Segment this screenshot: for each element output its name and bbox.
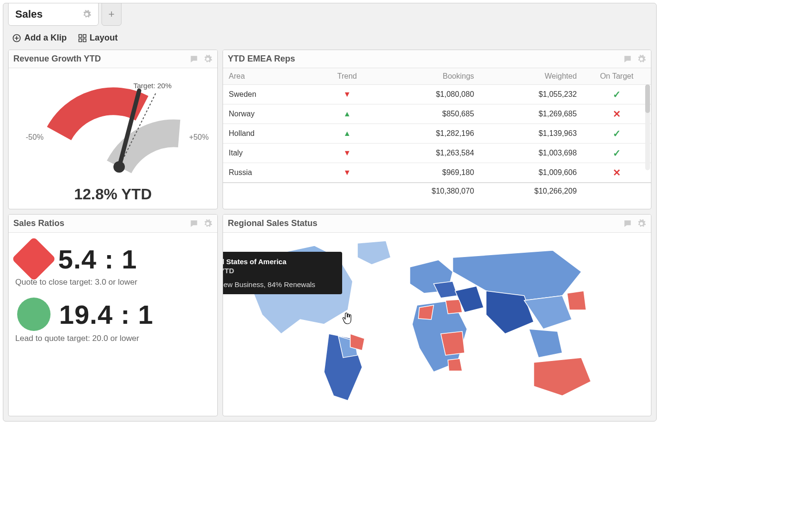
cell-bookings: $969,180 [377,163,480,183]
klip-title: Sales Ratios [13,218,64,228]
svg-rect-3 [79,39,82,41]
tab-label: Sales [15,8,43,21]
table-row[interactable]: Holland▲$1,282,196$1,139,963✓ [223,124,651,144]
cell-weighted: $1,009,606 [480,163,583,183]
cell-trend: ▲ [317,104,377,124]
reps-body: Area Trend Bookings Weighted On Target S… [223,68,651,209]
cursor-hand-icon [342,312,354,325]
cell-trend: ▼ [317,163,377,183]
cross-icon: ✕ [613,167,621,178]
gear-icon[interactable] [637,54,646,64]
total-weighted: $10,266,209 [480,183,583,199]
tooltip-country: United States of America [223,258,335,266]
cell-area: Russia [223,163,317,183]
comment-icon[interactable] [189,54,199,64]
cell-bookings: $1,080,080 [377,85,480,104]
table-header-row: Area Trend Bookings Weighted On Target [223,68,651,85]
gauge-low-label: -50% [26,133,43,142]
dashboard-grid: Revenue Growth YTD Target: 20% -50% +50% [8,50,651,416]
tab-bar: Sales + [8,3,651,26]
table-row[interactable]: Italy▼$1,263,584$1,003,698✓ [223,144,651,163]
svg-rect-4 [83,39,86,41]
cell-on-target: ✕ [582,163,651,183]
table-row[interactable]: Norway▲$850,685$1,269,685✕ [223,104,651,124]
col-area[interactable]: Area [223,68,317,85]
klip-header: Sales Ratios [9,215,217,233]
table-row[interactable]: Russia▼$969,180$1,009,606✕ [223,163,651,183]
gear-icon[interactable] [637,219,646,228]
tooltip-value: $7 M YTD [223,267,335,275]
check-icon: ✓ [613,128,621,139]
cell-weighted: $1,055,232 [480,85,583,104]
layout-label: Layout [90,33,118,43]
col-bookings[interactable]: Bookings [377,68,480,85]
gauge-body: Target: 20% -50% +50% 12 [9,68,217,209]
klip-regional-status: Regional Sales Status [223,214,651,416]
cell-weighted: $1,139,963 [480,124,583,144]
circle-icon [17,298,51,331]
klip-actions [189,54,213,64]
reps-table: Area Trend Bookings Weighted On Target S… [223,68,651,199]
cell-on-target: ✓ [582,144,651,163]
gauge-target-label: Target: 20% [133,82,172,90]
klip-header: YTD EMEA Reps [223,50,651,68]
comment-icon[interactable] [189,219,199,228]
col-on-target[interactable]: On Target [582,68,651,85]
lead-to-quote-row: 19.4 : 1 [14,298,212,331]
klip-title: Regional Sales Status [228,218,317,228]
gear-icon[interactable] [203,54,213,64]
cell-on-target: ✕ [582,104,651,124]
add-klip-button[interactable]: Add a Klip [12,33,67,43]
cell-area: Norway [223,104,317,124]
cell-bookings: $1,263,584 [377,144,480,163]
layout-icon [78,34,87,42]
diamond-icon [11,237,56,281]
klip-emea-reps: YTD EMEA Reps Area Trend [223,50,651,209]
klip-actions [622,54,646,64]
svg-point-7 [113,161,125,173]
check-icon: ✓ [613,148,621,158]
klip-actions [622,219,646,228]
klip-sales-ratios: Sales Ratios 5.4 : 1 Quote to close targ… [8,214,218,416]
cell-on-target: ✓ [582,85,651,104]
table-row[interactable]: Sweden▼$1,080,080$1,055,232✓ [223,85,651,104]
col-trend[interactable]: Trend [317,68,377,85]
ratios-body: 5.4 : 1 Quote to close target: 3.0 or lo… [9,233,217,416]
trend-up-icon: ▲ [343,110,351,118]
klip-title: YTD EMEA Reps [228,54,295,64]
plus-circle-icon [12,33,21,43]
cell-weighted: $1,003,698 [480,144,583,163]
lead-to-quote-caption: Lead to quote target: 20.0 or lower [15,334,212,343]
dashboard: Sales + Add a Klip Layout Revenu [3,3,657,422]
tab-sales[interactable]: Sales [8,3,99,26]
quote-to-close-caption: Quote to close target: 3.0 or lower [15,278,212,287]
comment-icon[interactable] [622,219,633,228]
svg-rect-2 [83,34,86,37]
lead-to-quote-value: 19.4 : 1 [59,299,153,330]
trend-down-icon: ▼ [343,149,351,157]
trend-down-icon: ▼ [343,168,351,176]
gear-icon[interactable] [203,219,213,228]
gear-icon[interactable] [82,10,91,19]
cell-on-target: ✓ [582,124,651,144]
map-body[interactable]: United States of America $7 M YTD 16% Ne… [223,233,651,416]
scrollbar[interactable] [645,84,650,170]
klip-header: Regional Sales Status [223,215,651,233]
toolbar: Add a Klip Layout [8,30,651,50]
gauge-svg [14,74,210,179]
gauge-value: 12.8% YTD [14,185,212,203]
table-total-row: $10,380,070 $10,266,209 [223,183,651,199]
col-weighted[interactable]: Weighted [480,68,583,85]
cell-bookings: $1,282,196 [377,124,480,144]
klip-header: Revenue Growth YTD [9,50,217,68]
gauge-chart: Target: 20% -50% +50% [14,74,212,184]
klip-actions [189,219,213,228]
cell-trend: ▼ [317,144,377,163]
trend-up-icon: ▲ [343,129,351,137]
map-tooltip: United States of America $7 M YTD 16% Ne… [223,252,342,294]
layout-button[interactable]: Layout [78,33,118,43]
tab-add-button[interactable]: + [102,3,122,26]
cell-trend: ▼ [317,85,377,104]
quote-to-close-row: 5.4 : 1 [14,243,212,275]
comment-icon[interactable] [622,54,633,64]
